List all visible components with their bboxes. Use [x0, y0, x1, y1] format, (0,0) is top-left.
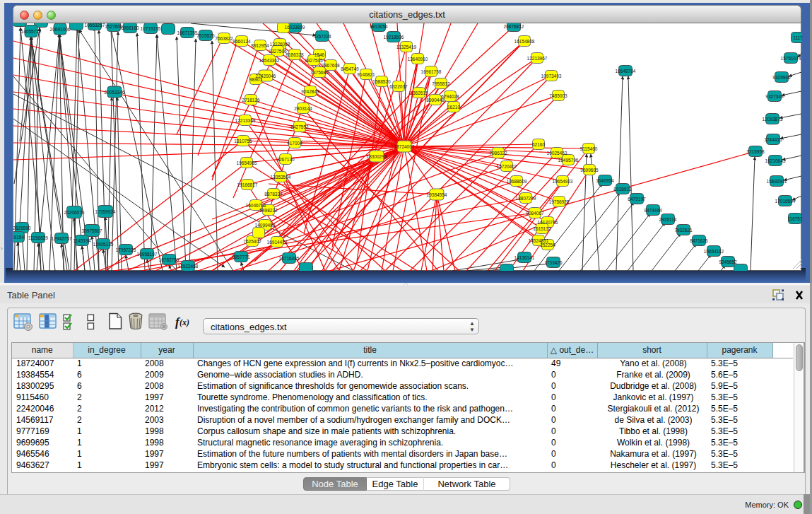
svg-text:26876812: 26876812	[504, 24, 524, 29]
svg-text:1640954: 1640954	[596, 178, 614, 183]
svg-text:19756928: 19756928	[549, 199, 570, 204]
svg-text:16543362: 16543362	[259, 58, 280, 63]
svg-text:12905135: 12905135	[93, 242, 114, 247]
svg-text:6322037: 6322037	[389, 84, 408, 89]
svg-text:8454749: 8454749	[341, 66, 359, 71]
svg-text:16914479: 16914479	[267, 240, 288, 245]
svg-text:16210: 16210	[447, 105, 460, 110]
svg-text:19654923: 19654923	[553, 179, 573, 184]
svg-text:6794028: 6794028	[441, 94, 459, 99]
svg-text:15692901: 15692901	[767, 179, 787, 184]
svg-text:14136141: 14136141	[514, 255, 535, 260]
svg-text:3375685: 3375685	[310, 70, 329, 75]
svg-text:16154808: 16154808	[514, 39, 535, 44]
svg-text:18807249: 18807249	[516, 196, 536, 201]
svg-text:1615132: 1615132	[533, 226, 551, 231]
svg-text:9857771: 9857771	[232, 255, 250, 259]
svg-text:1362615: 1362615	[410, 90, 428, 95]
svg-text:8471626: 8471626	[690, 238, 708, 243]
svg-text:1117: 1117	[793, 35, 802, 40]
svg-text:98901: 98901	[249, 77, 262, 82]
svg-text:15716485: 15716485	[279, 256, 300, 261]
svg-text:2626590: 2626590	[13, 226, 31, 230]
svg-text:6479197: 6479197	[628, 197, 646, 201]
svg-text:10688609: 10688609	[507, 179, 527, 184]
svg-text:13226058: 13226058	[270, 42, 290, 47]
svg-text:12213369: 12213369	[235, 118, 256, 123]
svg-text:16210643: 16210643	[765, 158, 786, 163]
svg-text:10973493: 10973493	[541, 74, 562, 78]
svg-text:1810755: 1810755	[234, 139, 252, 144]
svg-text:9327505: 9327505	[305, 58, 323, 63]
svg-text:15751074: 15751074	[781, 56, 801, 61]
svg-text:18724007: 18724007	[394, 144, 415, 149]
svg-text:8660124: 8660124	[233, 39, 251, 44]
svg-text:11325419: 11325419	[396, 45, 417, 49]
svg-text:20053346: 20053346	[105, 90, 125, 95]
svg-text:16961758: 16961758	[421, 69, 442, 74]
svg-text:16648784: 16648784	[616, 69, 636, 74]
svg-text:7357224: 7357224	[313, 34, 331, 39]
svg-text:9084067: 9084067	[526, 211, 544, 216]
svg-text:9242843: 9242843	[301, 89, 319, 94]
svg-text:9699695: 9699695	[580, 168, 599, 173]
svg-text:6966160: 6966160	[121, 25, 139, 30]
svg-text:1546: 1546	[314, 52, 325, 57]
svg-text:116753: 116753	[787, 216, 802, 221]
svg-text:7932621: 7932621	[674, 228, 693, 233]
svg-text:13353594: 13353594	[271, 175, 291, 180]
svg-text:7515526: 7515526	[196, 33, 215, 38]
svg-text:19218506: 19218506	[384, 35, 404, 40]
svg-text:16033809: 16033809	[285, 25, 305, 30]
svg-text:8427552: 8427552	[290, 124, 309, 129]
svg-text:7986322: 7986322	[489, 151, 507, 156]
svg-text:11156829: 11156829	[28, 235, 48, 240]
svg-text:1527602: 1527602	[105, 24, 123, 29]
svg-text:9115460: 9115460	[580, 146, 598, 151]
svg-text:9245652: 9245652	[719, 259, 737, 264]
svg-text:7485003: 7485003	[549, 93, 567, 98]
svg-text:17359924: 17359924	[95, 209, 116, 214]
svg-text:8878334: 8878334	[264, 192, 283, 197]
svg-text:3215958: 3215958	[746, 149, 765, 154]
svg-text:9474444: 9474444	[644, 208, 662, 213]
svg-text:12213967: 12213967	[527, 56, 548, 61]
svg-text:30975867: 30975867	[82, 228, 102, 233]
svg-text:10958107: 10958107	[137, 252, 158, 257]
svg-text:13640910: 13640910	[408, 57, 428, 62]
svg-text:9327506: 9327506	[269, 49, 287, 54]
svg-text:9327349: 9327349	[765, 94, 784, 99]
svg-text:12093873: 12093873	[763, 117, 783, 122]
svg-text:17016504: 17016504	[775, 199, 796, 204]
svg-text:20206576: 20206576	[64, 210, 85, 215]
svg-text:10025453: 10025453	[547, 151, 567, 156]
svg-text:9146821: 9146821	[357, 72, 375, 77]
svg-text:417004: 417004	[287, 141, 302, 146]
svg-text:16046786: 16046786	[246, 203, 266, 208]
svg-text:19384554: 19384554	[427, 192, 447, 197]
svg-text:9329966: 9329966	[772, 75, 791, 80]
svg-text:1733426: 1733426	[544, 260, 563, 265]
svg-text:15720407: 15720407	[497, 164, 517, 169]
svg-text:20691406: 20691406	[50, 27, 71, 32]
svg-text:10719155: 10719155	[141, 26, 161, 31]
svg-text:5498222: 5498222	[259, 208, 278, 213]
svg-text:7625402: 7625402	[243, 239, 261, 244]
svg-text:7955812: 7955812	[432, 81, 450, 86]
svg-text:2803144: 2803144	[294, 106, 312, 111]
svg-text:1588520: 1588520	[372, 79, 391, 84]
svg-text:8912954: 8912954	[251, 43, 269, 48]
svg-text:8186328: 8186328	[286, 52, 304, 57]
svg-text:18495796: 18495796	[558, 158, 579, 163]
svg-text:39154: 39154	[13, 235, 24, 240]
svg-text:17957225: 17957225	[116, 247, 136, 252]
svg-text:10654112: 10654112	[704, 249, 724, 254]
svg-text:8813054: 8813054	[370, 24, 388, 29]
svg-text:2935114: 2935114	[659, 217, 677, 222]
svg-text:14099489: 14099489	[255, 223, 276, 228]
svg-text:16782759: 16782759	[159, 257, 180, 262]
svg-text:19654985: 19654985	[237, 160, 257, 165]
svg-text:62160: 62160	[532, 142, 545, 147]
svg-text:2718126: 2718126	[242, 98, 260, 103]
svg-text:16671355: 16671355	[177, 30, 198, 35]
